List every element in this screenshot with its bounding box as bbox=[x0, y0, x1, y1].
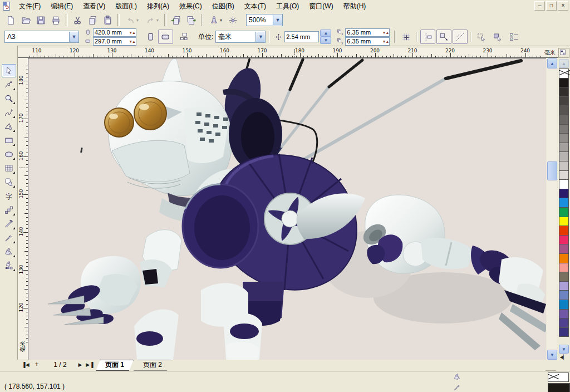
vertical-scrollbar[interactable]: ▲ ▼ bbox=[547, 58, 557, 359]
graph-paper-tool-flyout-arrow[interactable] bbox=[13, 171, 15, 174]
palette-scroll-down-button[interactable]: ▼ bbox=[559, 345, 569, 354]
fill-tool[interactable] bbox=[2, 245, 16, 258]
nudge-options-button[interactable] bbox=[507, 30, 522, 44]
export-button[interactable] bbox=[184, 13, 199, 27]
units-combobox[interactable]: 毫米 ▼ bbox=[215, 31, 266, 43]
undo-button[interactable]: ▾ bbox=[122, 13, 142, 27]
application-launcher-button[interactable]: ▾ bbox=[205, 13, 225, 27]
interactive-fill-tool-flyout-arrow[interactable] bbox=[13, 269, 15, 271]
menu-item-4[interactable]: 排列(A) bbox=[142, 0, 174, 13]
freehand-tool-flyout-arrow[interactable] bbox=[13, 116, 15, 118]
outline-tool-flyout-arrow[interactable] bbox=[13, 241, 15, 243]
palette-swatch-15[interactable] bbox=[559, 207, 569, 217]
palette-swatch-24[interactable] bbox=[559, 290, 569, 300]
scroll-down-button[interactable]: ▼ bbox=[547, 350, 557, 360]
restore-button[interactable]: ❐ bbox=[546, 1, 557, 11]
zoom-tool[interactable] bbox=[2, 92, 16, 105]
print-document-button[interactable] bbox=[48, 13, 63, 27]
freehand-tool[interactable] bbox=[2, 106, 16, 119]
interactive-blend-tool-flyout-arrow[interactable] bbox=[13, 213, 15, 215]
copy-button[interactable] bbox=[85, 13, 100, 27]
menu-item-8[interactable]: 工具(O) bbox=[271, 0, 304, 13]
ellipse-tool[interactable] bbox=[2, 148, 16, 161]
menu-item-7[interactable]: 文本(T) bbox=[239, 0, 271, 13]
palette-swatch-26[interactable] bbox=[559, 309, 569, 319]
palette-scroll-up-button[interactable]: ▲ bbox=[559, 59, 569, 68]
duplicate-x-spinner[interactable]: ▼▲ bbox=[381, 30, 389, 36]
undo-dropdown-arrow[interactable]: ▾ bbox=[136, 18, 139, 23]
save-document-button[interactable] bbox=[33, 13, 48, 27]
drawing-canvas[interactable] bbox=[28, 58, 546, 360]
paste-button[interactable] bbox=[100, 13, 115, 27]
text-tool[interactable] bbox=[2, 189, 16, 203]
palette-swatch-20[interactable] bbox=[559, 253, 569, 263]
menu-item-0[interactable]: 文件(F) bbox=[14, 0, 46, 13]
page-tab-1[interactable]: 页面 1 bbox=[96, 360, 134, 371]
nudge-spin-down[interactable]: ▼ bbox=[320, 37, 331, 44]
open-document-button[interactable] bbox=[18, 13, 33, 27]
paper-width-spinner[interactable]: ▼▲ bbox=[128, 30, 136, 36]
paper-height-field[interactable]: ▼▲ bbox=[93, 37, 136, 46]
duplicate-x-field[interactable]: ▼▲ bbox=[345, 28, 390, 37]
palette-swatch-8[interactable] bbox=[559, 143, 569, 153]
first-page-button[interactable]: ▐◀ bbox=[21, 360, 30, 369]
paper-type-combobox[interactable]: A3 ▼ bbox=[4, 31, 79, 43]
treat-as-filled-button[interactable] bbox=[474, 30, 489, 44]
import-button[interactable] bbox=[169, 13, 184, 27]
redo-button[interactable]: ▾ bbox=[142, 13, 162, 27]
vertical-scroll-thumb[interactable] bbox=[547, 161, 557, 180]
menu-item-3[interactable]: 版面(L) bbox=[110, 0, 142, 13]
palette-swatch-21[interactable] bbox=[559, 263, 569, 273]
rectangle-tool-flyout-arrow[interactable] bbox=[13, 144, 15, 146]
palette-swatch-7[interactable] bbox=[559, 133, 569, 143]
redo-dropdown-arrow[interactable]: ▾ bbox=[156, 18, 159, 23]
rectangle-tool[interactable] bbox=[2, 134, 16, 147]
palette-swatch-10[interactable] bbox=[559, 161, 569, 171]
last-page-button[interactable]: ▶▐ bbox=[85, 360, 94, 369]
paper-height-spinner[interactable]: ▼▲ bbox=[128, 38, 136, 45]
corel-online-button[interactable] bbox=[225, 13, 240, 27]
snap-to-guidelines-button[interactable] bbox=[420, 30, 435, 44]
zoom-tool-flyout-arrow[interactable] bbox=[13, 102, 15, 104]
palette-swatch-2[interactable] bbox=[559, 87, 569, 97]
page-tab-2[interactable]: 页面 2 bbox=[134, 360, 171, 371]
snap-to-objects-button[interactable] bbox=[436, 30, 451, 44]
palette-swatch-12[interactable] bbox=[559, 179, 569, 189]
duplicate-y-spinner[interactable]: ▼▲ bbox=[381, 38, 389, 45]
interactive-fill-tool[interactable] bbox=[2, 259, 16, 272]
set-for-all-pages-button[interactable] bbox=[176, 30, 191, 44]
menu-item-2[interactable]: 查看(V) bbox=[78, 0, 110, 13]
palette-swatch-22[interactable] bbox=[559, 272, 569, 282]
palette-swatch-16[interactable] bbox=[559, 217, 569, 227]
palette-swatch-23[interactable] bbox=[559, 281, 569, 291]
box-selection-mode-button[interactable] bbox=[490, 30, 505, 44]
palette-swatch-3[interactable] bbox=[559, 96, 569, 106]
snap-to-grid-button[interactable] bbox=[399, 30, 414, 44]
palette-swatch-14[interactable] bbox=[559, 198, 569, 208]
palette-swatch-6[interactable] bbox=[559, 124, 569, 134]
menu-item-5[interactable]: 效果(C) bbox=[174, 0, 207, 13]
outline-tool[interactable] bbox=[2, 231, 16, 244]
paper-width-input[interactable] bbox=[94, 30, 128, 36]
vertical-ruler[interactable]: 120130140150160170180毫米 bbox=[18, 58, 28, 359]
menu-item-9[interactable]: 窗口(W) bbox=[304, 0, 338, 13]
palette-swatch-9[interactable] bbox=[559, 151, 569, 161]
interactive-blend-tool[interactable] bbox=[2, 203, 16, 217]
graph-paper-tool[interactable] bbox=[2, 161, 16, 175]
duplicate-y-field[interactable]: ▼▲ bbox=[345, 37, 390, 46]
pick-tool[interactable] bbox=[2, 64, 16, 77]
nudge-offset-input[interactable] bbox=[285, 34, 318, 40]
horizontal-ruler[interactable]: 1101201301401501601701801902002102202302… bbox=[18, 48, 558, 58]
minimize-button[interactable]: – bbox=[534, 1, 545, 11]
palette-swatch-27[interactable] bbox=[559, 318, 569, 328]
landscape-orientation-button[interactable] bbox=[158, 30, 173, 44]
paper-type-dropdown-button[interactable]: ▼ bbox=[69, 32, 78, 42]
palette-swatch-5[interactable] bbox=[559, 115, 569, 125]
palette-swatch-25[interactable] bbox=[559, 300, 569, 310]
next-page-button[interactable]: ▶ bbox=[76, 360, 85, 369]
close-button[interactable]: × bbox=[558, 1, 568, 11]
eyedropper-tool[interactable] bbox=[2, 217, 16, 231]
palette-swatch-13[interactable] bbox=[559, 189, 569, 199]
duplicate-x-input[interactable] bbox=[346, 30, 381, 36]
basic-shapes-tool[interactable] bbox=[2, 175, 16, 189]
